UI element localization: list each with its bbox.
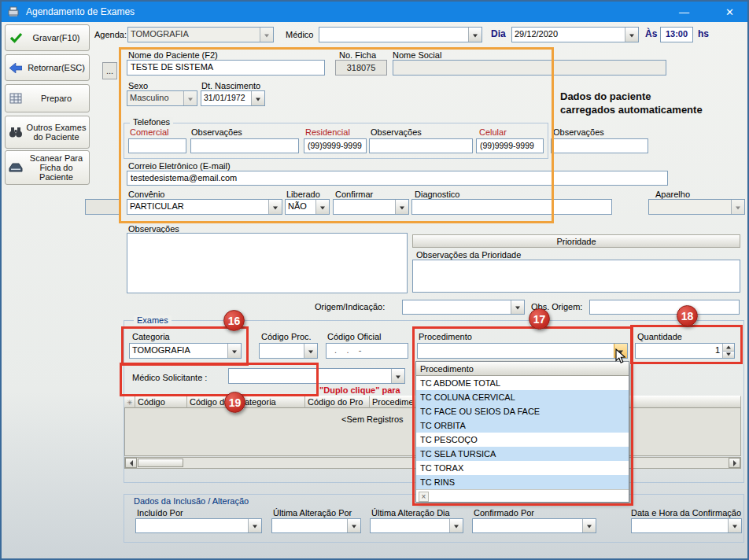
chevron-down-icon[interactable] (304, 344, 317, 358)
exames-legend: Exames (134, 315, 172, 325)
convenio-select[interactable]: PARTICULAR (127, 199, 282, 215)
dropdown-header[interactable]: Procedimento (416, 362, 629, 376)
grid-marker-cell[interactable]: ✳ (124, 396, 135, 408)
agenda-select[interactable]: TOMOGRAFIA (127, 27, 274, 42)
obs-origem-input[interactable] (589, 300, 740, 315)
chevron-down-icon[interactable] (260, 28, 273, 42)
sexo-select[interactable]: Masculino (127, 90, 197, 106)
dropdown-item[interactable]: TC TORAX (416, 461, 629, 475)
chevron-down-icon[interactable] (468, 28, 482, 42)
medico-select[interactable] (319, 27, 482, 42)
dropdown-item[interactable]: TC PESCOÇO (416, 433, 629, 447)
data-hora-confirmacao-select[interactable] (631, 518, 742, 533)
origem-select[interactable] (402, 300, 525, 315)
obs-comercial-input[interactable] (190, 138, 299, 153)
dia-select[interactable]: 29/12/2020 (511, 27, 639, 42)
dropdown-item[interactable]: TC ABDOME TOTAL (416, 376, 629, 390)
residencial-input[interactable]: (99)9999-9999 (304, 138, 367, 153)
dropdown-item[interactable]: TC FACE OU SEIOS DA FACE (416, 404, 629, 418)
nome-social-label: Nome Social (393, 50, 441, 60)
celular-input[interactable]: (99)9999-9999 (476, 138, 544, 153)
aparelho-select[interactable] (648, 199, 745, 215)
ficha-value: 318075 (335, 60, 387, 76)
partially-hidden-button[interactable] (85, 199, 120, 215)
obs-residencial-input[interactable] (369, 138, 473, 153)
minimize-button[interactable]: — (666, 2, 702, 22)
chevron-down-icon[interactable] (728, 519, 741, 532)
close-button[interactable]: ✕ (712, 2, 747, 22)
chevron-down-icon[interactable] (268, 200, 282, 214)
chevron-down-icon[interactable] (582, 519, 596, 532)
close-filter-icon[interactable]: × (419, 492, 429, 502)
codigo-oficial-input[interactable]: . . - (326, 343, 408, 359)
quantidade-stepper[interactable]: 1 (635, 343, 735, 359)
preparo-button[interactable]: Preparo (5, 84, 90, 112)
chevron-down-icon[interactable] (248, 519, 261, 532)
categoria-select[interactable]: TOMOGRAFIA (129, 343, 242, 359)
outros-exames-button[interactable]: Outros Exames do Paciente (5, 116, 90, 149)
observacoes-memo[interactable] (127, 233, 408, 293)
dropdown-item[interactable]: TC SELA TURSICA (416, 447, 629, 461)
data-hora-confirmacao-label: Data e Hora da Confirmação (631, 508, 741, 518)
obs-prioridade-label: Observações da Prioridade (416, 250, 521, 260)
browse-patient-button[interactable]: ... (102, 62, 117, 79)
comercial-input[interactable] (128, 138, 186, 153)
nome-social-input[interactable] (393, 60, 666, 76)
retornar-button[interactable]: Retornar(ESC) (5, 54, 90, 81)
dropdown-item[interactable]: TC RINS (416, 475, 629, 489)
chevron-down-icon[interactable] (227, 344, 241, 358)
chevron-down-icon[interactable] (251, 91, 264, 105)
nome-paciente-input[interactable]: TESTE DE SISTEMA (127, 60, 325, 76)
scroll-thumb[interactable] (138, 459, 183, 467)
grid-col-codigo[interactable]: Código (135, 396, 187, 408)
obs-comercial-label: Observações (191, 127, 242, 137)
nascimento-select[interactable]: 31/01/1972 (201, 90, 265, 106)
obs-prioridade-memo[interactable] (412, 260, 740, 293)
chevron-down-icon[interactable] (511, 300, 524, 314)
telefones-legend: Telefones (130, 117, 173, 127)
grid-col-codigo-proc[interactable]: Código do Pro (305, 396, 370, 408)
chevron-down-icon[interactable] (625, 28, 638, 42)
obs-celular-input[interactable] (551, 138, 648, 153)
medico-label: Médico (286, 30, 313, 39)
scroll-right-icon[interactable] (729, 458, 740, 468)
gravar-button[interactable]: Gravar(F10) (5, 24, 90, 51)
scroll-left-icon[interactable] (125, 458, 137, 468)
inclusao-legend: Dados da Inclusão / Alteração (134, 496, 249, 506)
chevron-down-icon[interactable] (391, 369, 404, 383)
grid-col-categoria[interactable]: Categoria (236, 396, 305, 408)
chevron-down-icon[interactable] (449, 519, 463, 532)
time-input[interactable]: 13:00 (660, 27, 693, 42)
liberado-select[interactable]: NÃO (285, 199, 330, 215)
incluido-por-select[interactable] (135, 518, 262, 533)
chevron-down-icon[interactable] (731, 200, 744, 214)
binoculars-icon (6, 127, 26, 138)
spin-up-icon[interactable] (723, 344, 734, 351)
arrow-left-icon (6, 63, 26, 73)
confirmar-select[interactable] (333, 199, 409, 215)
chevron-down-icon[interactable] (347, 519, 360, 532)
dia-label: Dia (491, 28, 506, 39)
email-label: Correio Eletrônico (E-mail) (128, 161, 231, 171)
title-bar[interactable]: Agendamento de Exames — ✕ (2, 2, 747, 22)
confirmado-por-select[interactable] (472, 518, 596, 533)
chevron-down-icon[interactable] (395, 200, 408, 214)
ultima-alteracao-dia-select[interactable] (370, 518, 463, 533)
codigo-proc-select[interactable] (259, 343, 318, 359)
chevron-down-icon[interactable] (614, 344, 627, 358)
ultima-alteracao-por-select[interactable] (271, 518, 361, 533)
dropdown-item[interactable]: TC COLUNA CERVICAL (416, 390, 629, 404)
diagnostico-input[interactable] (411, 199, 612, 215)
quantidade-label: Quantidade (637, 332, 682, 341)
email-input[interactable]: testedesistema@email.com (127, 171, 668, 186)
chevron-down-icon[interactable] (183, 91, 197, 105)
scanear-button[interactable]: Scanear Para Ficha do Paciente (5, 150, 90, 185)
chevron-down-icon[interactable] (315, 200, 329, 214)
liberado-label: Liberado (286, 190, 320, 199)
convenio-label: Convênio (128, 190, 164, 199)
prioridade-header[interactable]: Prioridade (412, 234, 740, 248)
spin-down-icon[interactable] (723, 351, 734, 359)
procedimento-select[interactable] (417, 343, 628, 359)
dropdown-item[interactable]: TC ORBITA (416, 418, 629, 433)
medico-solicitante-select[interactable] (228, 368, 405, 384)
